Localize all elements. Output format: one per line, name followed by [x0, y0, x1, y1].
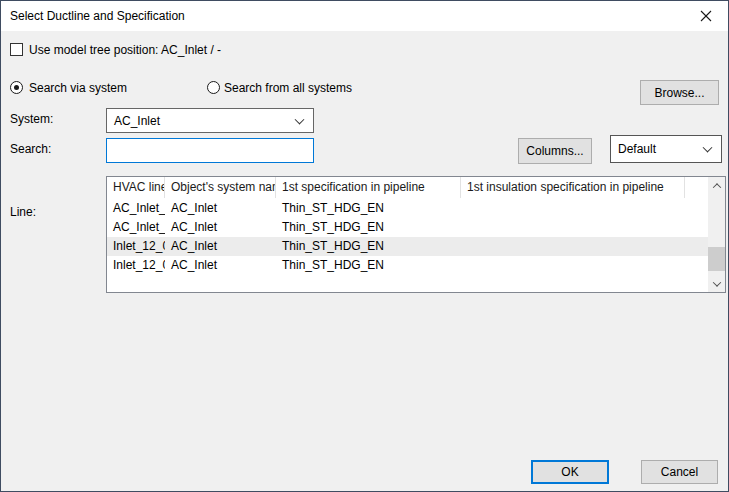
cell-hvac-line: Inlet_12_02 — [107, 256, 165, 275]
cell-first-spec: Thin_ST_HDG_EN — [276, 237, 461, 256]
close-icon — [700, 10, 712, 22]
cell-system-name: AC_Inlet — [165, 256, 276, 275]
column-header-first-spec[interactable]: 1st specification in pipeline — [276, 177, 461, 198]
cell-first-spec: Thin_ST_HDG_EN — [276, 218, 461, 237]
cell-hvac-line: Inlet_12_01 — [107, 237, 165, 256]
table-row[interactable]: Inlet_12_02 AC_Inlet Thin_ST_HDG_EN — [107, 256, 708, 275]
line-label: Line: — [10, 205, 36, 219]
chevron-down-icon — [295, 114, 305, 124]
radio-selected-dot — [14, 85, 19, 90]
search-via-system-radio[interactable] — [10, 81, 23, 94]
table-row-selected[interactable]: Inlet_12_01 AC_Inlet Thin_ST_HDG_EN — [107, 237, 708, 256]
table-row[interactable]: AC_Inlet_09 AC_Inlet Thin_ST_HDG_EN — [107, 199, 708, 218]
cell-system-name: AC_Inlet — [165, 237, 276, 256]
scroll-down-button[interactable] — [708, 275, 725, 292]
table-body: AC_Inlet_09 AC_Inlet Thin_ST_HDG_EN AC_I… — [107, 199, 708, 275]
cell-first-insulation-spec — [461, 256, 708, 275]
scroll-up-button[interactable] — [708, 177, 725, 194]
cell-first-insulation-spec — [461, 237, 708, 256]
select-ductline-dialog: Select Ductline and Specification Use mo… — [0, 0, 729, 492]
dialog-title: Select Ductline and Specification — [10, 9, 185, 23]
use-model-tree-label: Use model tree position: AC_Inlet / - — [29, 43, 221, 57]
column-header-system-name[interactable]: Object's system name — [165, 177, 276, 198]
table-header-row: HVAC line Object's system name 1st speci… — [107, 177, 708, 198]
columns-preset-dropdown[interactable]: Default — [610, 135, 722, 163]
title-bar: Select Ductline and Specification — [1, 1, 728, 31]
cell-system-name: AC_Inlet — [165, 218, 276, 237]
system-dropdown-value: AC_Inlet — [107, 114, 160, 128]
search-via-system-label: Search via system — [29, 81, 127, 95]
cancel-button[interactable]: Cancel — [641, 460, 718, 484]
system-dropdown[interactable]: AC_Inlet — [106, 108, 314, 133]
chevron-up-icon — [712, 183, 720, 191]
close-button[interactable] — [683, 1, 728, 30]
table-row[interactable]: AC_Inlet_10 AC_Inlet Thin_ST_HDG_EN — [107, 218, 708, 237]
chevron-down-icon — [712, 278, 720, 286]
scrollbar-thumb[interactable] — [708, 247, 725, 271]
cell-first-insulation-spec — [461, 199, 708, 218]
cell-hvac-line: AC_Inlet_10 — [107, 218, 165, 237]
search-all-systems-label: Search from all systems — [224, 81, 352, 95]
vertical-scrollbar[interactable] — [708, 177, 725, 292]
ok-button[interactable]: OK — [531, 460, 609, 484]
columns-button[interactable]: Columns... — [518, 138, 592, 164]
line-table: HVAC line Object's system name 1st speci… — [106, 176, 726, 293]
cell-first-spec: Thin_ST_HDG_EN — [276, 199, 461, 218]
columns-preset-value: Default — [611, 142, 656, 156]
search-label: Search: — [10, 142, 51, 156]
use-model-tree-checkbox[interactable] — [10, 43, 23, 56]
search-input[interactable] — [106, 138, 314, 163]
cell-system-name: AC_Inlet — [165, 199, 276, 218]
browse-button[interactable]: Browse... — [640, 80, 719, 105]
chevron-down-icon — [703, 143, 713, 153]
column-header-hvac-line[interactable]: HVAC line — [107, 177, 165, 198]
column-header-first-insulation-spec[interactable]: 1st insulation specification in pipeline — [461, 177, 685, 198]
column-header-filler — [685, 177, 708, 198]
cell-first-spec: Thin_ST_HDG_EN — [276, 256, 461, 275]
cell-hvac-line: AC_Inlet_09 — [107, 199, 165, 218]
cell-first-insulation-spec — [461, 218, 708, 237]
system-label: System: — [10, 112, 53, 126]
search-all-systems-radio[interactable] — [207, 81, 220, 94]
